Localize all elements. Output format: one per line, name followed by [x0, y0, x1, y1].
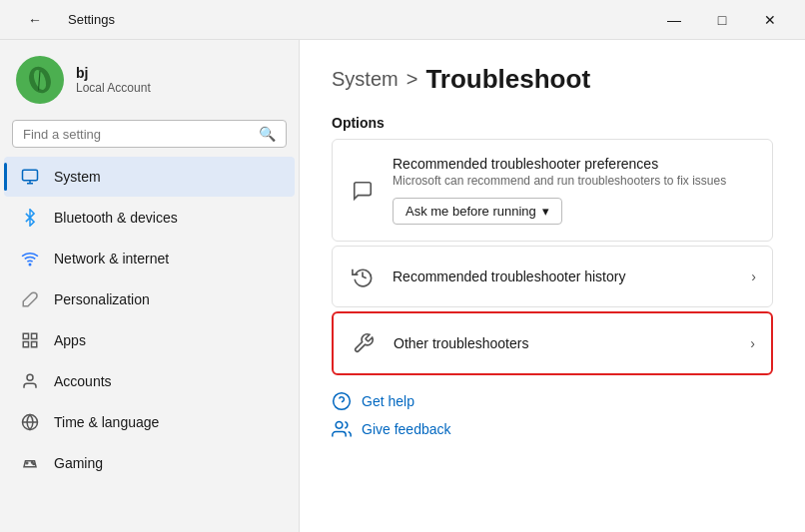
- close-button[interactable]: ✕: [747, 4, 793, 36]
- bluetooth-icon: [20, 208, 40, 228]
- nav-item-label: Time & language: [54, 414, 159, 430]
- history-icon: [349, 263, 377, 290]
- sidebar-item-time[interactable]: Time & language: [4, 402, 295, 442]
- sidebar-item-apps[interactable]: Apps: [4, 320, 295, 360]
- option-card-inner: Recommended troubleshooter preferences M…: [333, 140, 772, 241]
- breadcrumb-current: Troubleshoot: [425, 64, 590, 95]
- nav-item-label: Network & internet: [54, 251, 169, 266]
- section-label: Options: [332, 115, 773, 131]
- nav-item-label: Gaming: [54, 455, 103, 471]
- feedback-icon: [332, 419, 352, 439]
- help-icon: [332, 391, 352, 411]
- sidebar-item-personalization[interactable]: Personalization: [4, 279, 295, 319]
- app-title: Settings: [68, 12, 115, 27]
- svg-rect-7: [23, 333, 28, 338]
- breadcrumb-parent: System: [332, 68, 399, 91]
- option-content: Other troubleshooters: [394, 335, 734, 351]
- wrench-icon: [350, 329, 378, 357]
- svg-point-20: [336, 422, 343, 429]
- nav-container: System Bluetooth & devices Network & int…: [0, 156, 299, 484]
- option-card-other-troubleshooters[interactable]: Other troubleshooters ›: [332, 311, 773, 375]
- nav-item-label: Accounts: [54, 373, 112, 389]
- user-info: bj Local Account: [76, 65, 151, 95]
- breadcrumb-separator: >: [406, 68, 418, 91]
- nav-item-label: Personalization: [54, 291, 150, 307]
- nav-item-label: Apps: [54, 332, 86, 348]
- brush-icon: [20, 289, 40, 309]
- sidebar-item-bluetooth[interactable]: Bluetooth & devices: [4, 198, 295, 238]
- chevron-right-icon: ›: [751, 268, 756, 284]
- option-card-recommended-prefs[interactable]: Recommended troubleshooter preferences M…: [332, 139, 773, 242]
- content-area: System > Troubleshoot Options Recommende…: [300, 40, 805, 532]
- option-card-inner: Recommended troubleshooter history ›: [333, 247, 772, 306]
- window-controls: — □ ✕: [651, 4, 793, 36]
- apps-icon: [20, 330, 40, 350]
- dropdown-label: Ask me before running: [405, 204, 536, 219]
- option-card-inner: Other troubleshooters ›: [334, 313, 771, 373]
- link-get-help[interactable]: Get help: [332, 391, 773, 411]
- sidebar-item-accounts[interactable]: Accounts: [4, 361, 295, 401]
- person-icon: [20, 371, 40, 391]
- sidebar-item-gaming[interactable]: Gaming: [4, 443, 295, 483]
- chat-icon: [349, 177, 377, 205]
- option-content: Recommended troubleshooter preferences M…: [393, 156, 756, 225]
- help-links: Get help Give feedback: [332, 391, 773, 439]
- sidebar-item-system[interactable]: System: [4, 157, 295, 197]
- user-type: Local Account: [76, 81, 151, 95]
- gaming-icon: [20, 453, 40, 473]
- chevron-right-icon: ›: [750, 335, 755, 351]
- svg-point-6: [29, 264, 31, 266]
- breadcrumb: System > Troubleshoot: [332, 64, 773, 95]
- option-title: Recommended troubleshooter preferences: [393, 156, 756, 172]
- nav-item-label: Bluetooth & devices: [54, 210, 178, 226]
- svg-rect-8: [32, 333, 37, 338]
- option-title: Recommended troubleshooter history: [393, 268, 735, 284]
- chevron-down-icon: ▾: [542, 204, 549, 219]
- wifi-icon: [20, 249, 40, 268]
- svg-point-18: [334, 393, 351, 410]
- search-input[interactable]: [23, 127, 251, 142]
- back-button[interactable]: ←: [12, 4, 58, 36]
- option-title: Other troubleshooters: [394, 335, 734, 351]
- sidebar: bj Local Account 🔍 System Bluetooth & de…: [0, 40, 300, 532]
- minimize-button[interactable]: —: [651, 4, 697, 36]
- user-profile: bj Local Account: [0, 40, 299, 116]
- maximize-button[interactable]: □: [699, 4, 745, 36]
- user-name: bj: [76, 65, 151, 81]
- link-label: Get help: [362, 393, 414, 409]
- avatar: [16, 56, 64, 104]
- main-layout: bj Local Account 🔍 System Bluetooth & de…: [0, 40, 805, 532]
- link-give-feedback[interactable]: Give feedback: [332, 419, 773, 439]
- svg-rect-10: [32, 342, 37, 347]
- titlebar: ← Settings — □ ✕: [0, 0, 805, 40]
- svg-rect-9: [23, 342, 28, 347]
- svg-point-17: [33, 463, 35, 465]
- svg-rect-3: [23, 170, 38, 181]
- nav-item-label: System: [54, 169, 101, 185]
- options-container: Recommended troubleshooter preferences M…: [332, 139, 773, 375]
- monitor-icon: [20, 167, 40, 187]
- sidebar-item-network[interactable]: Network & internet: [4, 239, 295, 278]
- dropdown-button[interactable]: Ask me before running ▾: [393, 198, 562, 225]
- option-desc: Microsoft can recommend and run troubles…: [393, 174, 756, 188]
- option-content: Recommended troubleshooter history: [393, 268, 735, 284]
- search-icon: 🔍: [259, 126, 276, 142]
- search-box: 🔍: [12, 120, 287, 148]
- option-card-recommended-history[interactable]: Recommended troubleshooter history ›: [332, 246, 773, 307]
- link-label: Give feedback: [362, 421, 451, 437]
- globe-icon: [20, 412, 40, 432]
- svg-point-11: [27, 374, 33, 380]
